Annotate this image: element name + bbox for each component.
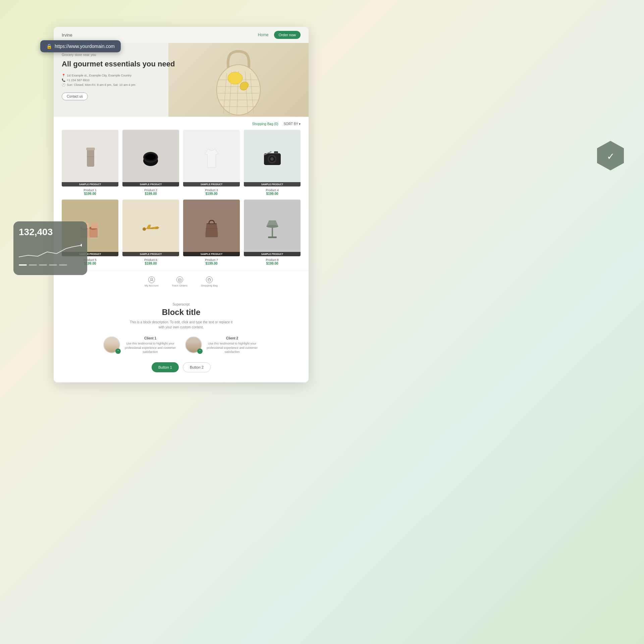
client-text-1: Use this testimonial to highlight your p… xyxy=(123,341,177,354)
bottom-navigation: My Account Track Orders Shopping Bag xyxy=(54,271,309,292)
stats-dot-3 xyxy=(39,264,47,266)
product-img-bg-4 xyxy=(244,130,301,186)
svg-rect-23 xyxy=(274,151,278,154)
product-price-1: $199.00 xyxy=(62,192,118,196)
shopping-bag-link[interactable]: Shopping Bag (0) xyxy=(252,122,278,126)
product-price-7: $199.00 xyxy=(183,262,240,265)
product-img-bg-6 xyxy=(122,200,179,256)
svg-point-41 xyxy=(80,244,82,247)
nav-links: Home Order now xyxy=(258,31,301,39)
cta-button-1[interactable]: Button 1 xyxy=(152,362,179,372)
sort-by-dropdown[interactable]: SORT BY ▾ xyxy=(283,122,301,126)
product-price-3: $199.00 xyxy=(183,192,240,196)
orders-icon xyxy=(176,276,183,283)
bottom-nav-account[interactable]: My Account xyxy=(145,276,158,287)
testimonial-content-1: Client 1 Use this testimonial to highlig… xyxy=(123,336,177,354)
svg-point-18 xyxy=(146,154,156,160)
block-description: This is a block description. To edit, cl… xyxy=(127,320,235,330)
product-card-7[interactable]: SAMPLE PRODUCT Product 7 $199.00 xyxy=(183,200,240,265)
nav-home-link[interactable]: Home xyxy=(258,33,269,37)
client-name-1: Client 1 xyxy=(123,336,177,340)
product-card-2[interactable]: SAMPLE PRODUCT Product 2 $199.00 xyxy=(122,130,179,196)
product-price-8: $199.00 xyxy=(244,262,301,265)
bottom-nav-orders-label: Track Orders xyxy=(172,284,187,287)
cta-buttons: Button 1 Button 2 xyxy=(62,362,301,372)
product-image-4: SAMPLE PRODUCT xyxy=(244,130,301,186)
product-img-bg-7 xyxy=(183,200,240,256)
client-text-2: Use this testimonial to highlight your p… xyxy=(205,341,259,354)
quote-badge-2: " xyxy=(197,348,203,354)
hero-address: 📍 1st Example st., Example City, Example… xyxy=(62,74,301,77)
security-badge: ✓ xyxy=(597,141,624,170)
product-name-4: Product 4 xyxy=(244,189,301,192)
product-img-bg-1 xyxy=(62,130,118,186)
products-header: Shopping Bag (0) SORT BY ▾ xyxy=(62,122,301,126)
location-icon: 📍 xyxy=(62,74,65,77)
clock-icon: 🕐 xyxy=(62,83,65,87)
product-card-3[interactable]: SAMPLE PRODUCT Product 3 $199.00 xyxy=(183,130,240,196)
hero-title: All gourmet essentials you need xyxy=(62,59,301,69)
bottom-nav-account-label: My Account xyxy=(145,284,158,287)
hero-section: Grocery store near you All gourmet essen… xyxy=(54,43,309,117)
product-card-4[interactable]: SAMPLE PRODUCT Product 4 $199.00 xyxy=(244,130,301,196)
product-name-3: Product 3 xyxy=(183,189,240,192)
block-superscript: Superscript xyxy=(62,303,301,306)
product-name-7: Product 7 xyxy=(183,258,240,262)
contact-us-button[interactable]: Contact us xyxy=(62,93,88,100)
testimonial-1: " Client 1 Use this testimonial to highl… xyxy=(103,336,177,354)
block-section: Superscript Block title This is a block … xyxy=(54,292,309,382)
testimonials-container: " Client 1 Use this testimonial to highl… xyxy=(62,336,301,354)
block-title: Block title xyxy=(62,308,301,317)
browser-frame: Irvine Home Order now Grocery store near… xyxy=(54,27,309,382)
stats-dot-5 xyxy=(59,264,67,266)
bottom-nav-orders[interactable]: Track Orders xyxy=(172,276,187,287)
product-label-4: SAMPLE PRODUCT xyxy=(244,182,301,186)
security-checkmark-icon: ✓ xyxy=(607,151,614,162)
products-section: Shopping Bag (0) SORT BY ▾ SAMPLE PRODUC… xyxy=(54,117,309,271)
product-label-1: SAMPLE PRODUCT xyxy=(62,182,118,186)
svg-point-22 xyxy=(270,157,274,161)
svg-point-31 xyxy=(143,227,146,231)
product-name-8: Product 8 xyxy=(244,258,301,262)
stats-dot-2 xyxy=(29,264,37,266)
stats-number: 132,403 xyxy=(19,227,82,237)
account-icon xyxy=(148,276,155,283)
product-img-bg-3 xyxy=(183,130,240,186)
product-price-6: $199.00 xyxy=(122,262,179,265)
chevron-down-icon: ▾ xyxy=(299,122,301,126)
product-image-1: SAMPLE PRODUCT xyxy=(62,130,118,186)
product-name-1: Product 1 xyxy=(62,189,118,192)
quote-badge-1: " xyxy=(115,348,121,354)
product-image-3: SAMPLE PRODUCT xyxy=(183,130,240,186)
product-label-6: SAMPLE PRODUCT xyxy=(122,252,179,256)
products-grid: SAMPLE PRODUCT Product 1 $199.00 SAMPLE … xyxy=(62,130,301,265)
testimonial-2: " Client 2 Use this testimonial to highl… xyxy=(185,336,259,354)
product-label-7: SAMPLE PRODUCT xyxy=(183,252,240,256)
url-bar[interactable]: 🔒 https://www.yourdomain.com xyxy=(40,40,121,52)
product-label-3: SAMPLE PRODUCT xyxy=(183,182,240,186)
product-image-2: SAMPLE PRODUCT xyxy=(122,130,179,186)
bottom-nav-bag[interactable]: Shopping Bag xyxy=(201,276,218,287)
product-card-1[interactable]: SAMPLE PRODUCT Product 1 $199.00 xyxy=(62,130,118,196)
svg-rect-35 xyxy=(268,236,277,238)
url-text: https://www.yourdomain.com xyxy=(55,44,115,49)
svg-rect-30 xyxy=(91,223,98,228)
stats-card: 132,403 xyxy=(13,221,87,275)
product-img-bg-8 xyxy=(244,200,301,256)
product-price-4: $199.00 xyxy=(244,192,301,196)
hero-hours: 🕐 Sun: Closed, Mon-Fri: 8 am-6 pm, Sat: … xyxy=(62,83,301,87)
cta-button-2[interactable]: Button 2 xyxy=(183,362,211,372)
product-image-8: SAMPLE PRODUCT xyxy=(244,200,301,256)
stats-dot-1 xyxy=(19,264,27,266)
order-now-button[interactable]: Order now xyxy=(274,31,301,39)
hero-left: Grocery store near you All gourmet essen… xyxy=(62,53,301,100)
testimonial-content-2: Client 2 Use this testimonial to highlig… xyxy=(205,336,259,354)
client-name-2: Client 2 xyxy=(205,336,259,340)
product-card-6[interactable]: SAMPLE PRODUCT Product 6 $199.00 xyxy=(122,200,179,265)
svg-point-36 xyxy=(266,225,278,228)
product-card-8[interactable]: SAMPLE PRODUCT Product 8 $199.00 xyxy=(244,200,301,265)
product-price-2: $199.00 xyxy=(122,192,179,196)
product-label-2: SAMPLE PRODUCT xyxy=(122,182,179,186)
product-image-6: SAMPLE PRODUCT xyxy=(122,200,179,256)
product-name-2: Product 2 xyxy=(122,189,179,192)
